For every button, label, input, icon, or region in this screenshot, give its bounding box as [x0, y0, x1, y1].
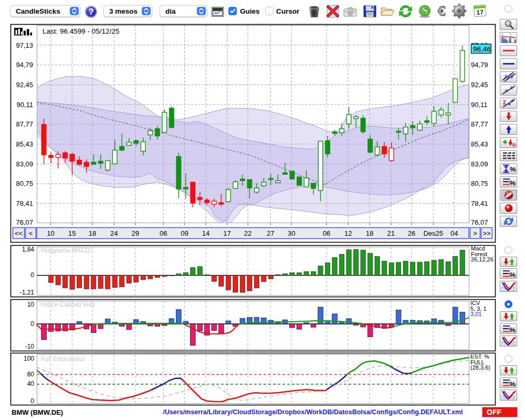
svg-text:%: %	[509, 179, 516, 187]
svg-text:0: 0	[30, 271, 34, 279]
svg-text:85,43: 85,43	[471, 140, 488, 148]
svg-text:94,79: 94,79	[471, 61, 488, 69]
svg-text:<<: <<	[15, 229, 23, 237]
svg-text:3,01: 3,01	[470, 311, 481, 317]
svg-text:76,07: 76,07	[471, 218, 488, 226]
svg-text:10: 10	[47, 229, 54, 237]
svg-text:15: 15	[68, 229, 76, 237]
svg-text:10: 10	[27, 301, 35, 308]
svg-text:>>: >>	[482, 229, 490, 237]
svg-text:%: %	[509, 326, 516, 333]
svg-text:Full Estocastico: Full Estocastico	[41, 355, 85, 363]
svg-text:87,77: 87,77	[16, 120, 33, 128]
svg-text:100: 100	[24, 355, 34, 362]
svg-text:Last: 96.4599 - 05/12/25: Last: 96.4599 - 05/12/25	[43, 27, 119, 35]
svg-text:92,45: 92,45	[16, 81, 33, 89]
svg-text:%: %	[509, 270, 516, 278]
svg-text:06: 06	[160, 229, 167, 237]
svg-text:60: 60	[27, 371, 35, 378]
svg-text:78,41: 78,41	[16, 200, 33, 207]
svg-text:83,09: 83,09	[16, 160, 33, 168]
svg-text:40: 40	[27, 380, 35, 387]
svg-text:24: 24	[110, 229, 118, 237]
svg-text:0: 0	[30, 397, 34, 405]
svg-text:87,77: 87,77	[471, 120, 488, 128]
svg-text:90,11: 90,11	[471, 101, 488, 109]
svg-text:26: 26	[408, 229, 415, 237]
svg-text:18: 18	[366, 229, 373, 237]
svg-text:78,41: 78,41	[471, 200, 488, 207]
svg-text:27: 27	[267, 229, 274, 237]
svg-text:04: 04	[450, 229, 458, 237]
svg-text:Histgrama MACD: Histgrama MACD	[41, 247, 90, 254]
svg-text:%: %	[509, 380, 516, 387]
svg-text:85,43: 85,43	[16, 140, 33, 148]
svg-text:26,12,26: 26,12,26	[471, 256, 494, 262]
svg-text:06: 06	[323, 229, 330, 237]
svg-text:(28,3,6): (28,3,6)	[470, 364, 490, 371]
svg-text:-10: -10	[25, 343, 35, 350]
svg-text:18: 18	[89, 229, 96, 237]
svg-text:<: <	[29, 229, 33, 237]
svg-text:76,07: 76,07	[16, 218, 33, 226]
svg-text:14: 14	[202, 229, 209, 237]
svg-text:Σ: Σ	[503, 99, 507, 106]
svg-text:90,11: 90,11	[16, 101, 33, 109]
svg-text:09: 09	[181, 229, 188, 237]
svg-text:21: 21	[387, 229, 395, 237]
svg-text:%: %	[510, 165, 516, 173]
svg-text:92,45: 92,45	[471, 81, 488, 89]
svg-text:80,75: 80,75	[16, 180, 33, 187]
svg-text:94,79: 94,79	[16, 61, 33, 69]
svg-text:-1,21: -1,21	[20, 289, 35, 296]
svg-text:83,09: 83,09	[471, 160, 488, 168]
svg-text:97,13: 97,13	[16, 41, 33, 49]
svg-text:Indice Calidad Vela: Indice Calidad Vela	[41, 301, 95, 308]
svg-text:0: 0	[30, 320, 34, 328]
svg-text:Des25: Des25	[423, 229, 443, 237]
svg-text:17: 17	[223, 229, 230, 237]
svg-text:80,75: 80,75	[471, 180, 488, 187]
svg-text:96,46: 96,46	[473, 45, 491, 53]
svg-text:12: 12	[344, 229, 352, 237]
svg-text:>: >	[473, 229, 477, 237]
svg-text:30: 30	[288, 229, 295, 237]
svg-text:29: 29	[132, 229, 139, 237]
svg-text:22: 22	[244, 229, 251, 237]
svg-text:1,84: 1,84	[22, 246, 35, 253]
